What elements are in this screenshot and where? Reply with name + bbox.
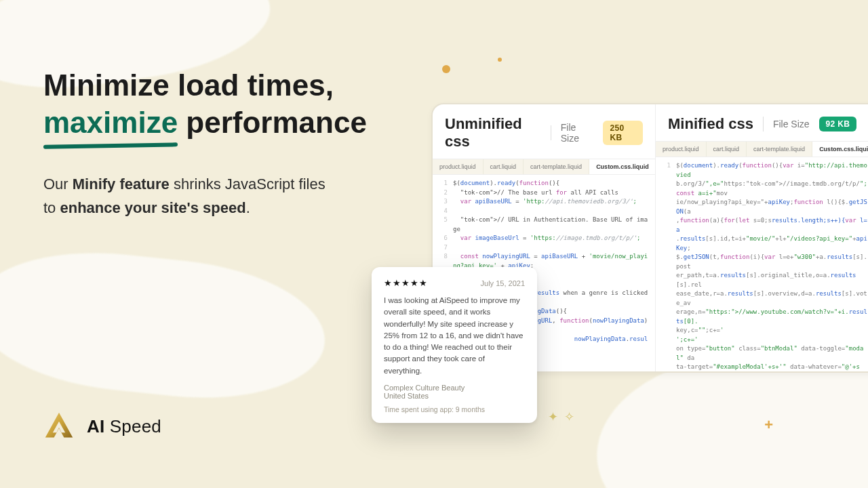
review-date: July 15, 2021 [481,279,525,287]
file-tab[interactable]: cart-template.liquid [524,159,589,174]
minified-column: Minified css File Size 92 KB product.liq… [655,104,868,371]
file-tab[interactable]: Custom.css.liquid [589,159,656,174]
customer-review-card: ★★★★★ July 15, 2021 I was looking at AiS… [372,267,537,423]
reviewer-country: United States [384,392,525,400]
filesize-badge-minified: 92 KB [819,117,857,131]
unminified-title: Unminified css [445,115,541,150]
star-rating-icon: ★★★★★ [384,278,428,288]
hero-headline: Minimize load times, maximize performanc… [43,66,423,145]
code-view-minified: 1$(document).ready(function(){var i="htt… [656,157,868,371]
file-tab[interactable]: Custom.css.liquid [812,142,868,157]
brand-name: AI Speed [87,416,161,437]
decorative-sparkle-icon [548,409,576,424]
decorative-dot [442,65,450,73]
headline-line1: Minimize load times, [43,68,334,102]
filesize-label: File Size [773,119,810,129]
review-body: I was looking at AiSpeed to improve my o… [384,295,525,377]
decorative-dot [498,58,502,62]
file-tab[interactable]: product.liquid [433,159,484,174]
decorative-plus-icon: + [764,416,773,434]
file-tabs-minified: product.liquidcart.liquidcart-template.l… [656,141,868,157]
filesize-label: File Size [561,122,594,144]
headline-line2-rest: performance [178,106,367,139]
brand-logo-icon [43,411,75,442]
minified-title: Minified css [668,115,753,133]
brand-footer: AI Speed [43,411,161,442]
review-meta: Time spent using app: 9 months [384,405,525,413]
reviewer-name: Complex Culture Beauty [384,384,465,392]
file-tab[interactable]: cart.liquid [484,159,524,174]
headline-emphasis: maximize [43,104,178,145]
filesize-badge-unminified: 250 KB [603,121,643,145]
file-tab[interactable]: product.liquid [656,142,707,157]
file-tab[interactable]: cart.liquid [707,142,747,157]
file-tabs-unminified: product.liquidcart.liquidcart-template.l… [433,159,655,175]
file-tab[interactable]: cart-template.liquid [747,142,812,157]
hero-subtext: Our Minify feature shrinks JavaScript fi… [43,172,335,220]
